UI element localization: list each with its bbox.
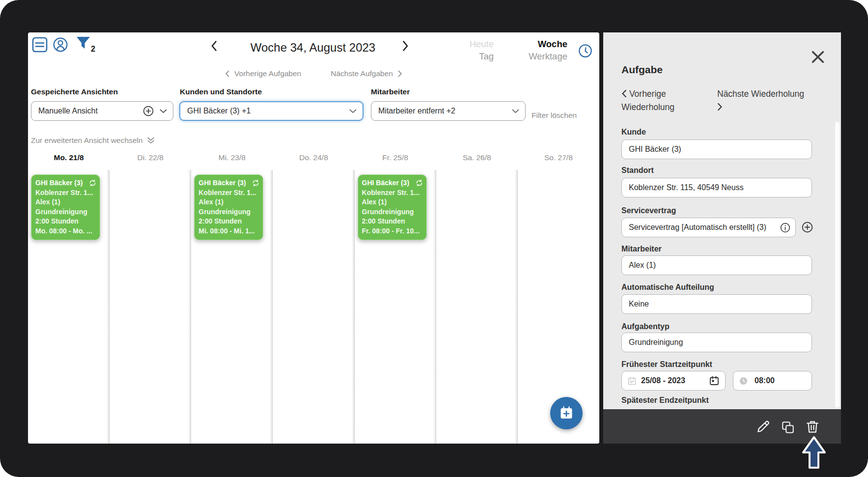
kunde-label: Kunde [621,128,646,137]
week-title: Woche 34, August 2023 [229,41,396,55]
day-column-sa: Sa. 26/8 [436,150,518,444]
event-line: Koblenzer Str. 1... [362,188,423,198]
day-header: Mo. 21/8 [28,153,110,162]
servicevertrag-field[interactable]: Servicevertrag [Automatisch erstellt] (3… [621,218,796,237]
filter-button[interactable]: 2 [76,36,95,54]
calendar-plus-icon [559,406,574,421]
employees-value: Mitarbeiter entfernt +2 [378,107,455,115]
event-title: GHI Bäcker (3) [362,178,409,188]
week-calendar: Mo. 21/8 GHI Bäcker (3) Koblenzer Str. 1… [28,150,599,444]
next-tasks-button[interactable]: Nächste Aufgaben [331,69,402,78]
day-column-di: Di. 22/8 [110,150,191,444]
view-workdays-button[interactable]: Werktage [508,51,567,62]
event-card[interactable]: GHI Bäcker (3) Koblenzer Str. 1... Alex … [194,174,263,240]
day-header: Fr. 25/8 [355,153,436,162]
advanced-view-link[interactable]: Zur erweiterten Ansicht wechseln [31,136,155,145]
view-today-button[interactable]: Heute [435,39,494,50]
start-label: Frühester Startzeitpunkt [621,360,712,369]
aufteilung-label: Automatische Aufteilung [621,283,714,292]
mitarbeiter-label: Mitarbeiter [621,245,662,253]
chevron-down-icon [160,109,167,113]
clear-filters-button[interactable]: Filter löschen [532,111,577,120]
saved-views-value: Manuelle Ansicht [38,107,98,115]
event-line: 2:00 Stunden [362,217,423,226]
event-card[interactable]: GHI Bäcker (3) Koblenzer Str. 1... Alex … [31,174,100,240]
double-chevron-down-icon [147,137,155,144]
recurrence-icon [252,179,259,187]
kunde-field[interactable]: GHI Bäcker (3) [621,140,812,159]
event-title: GHI Bäcker (3) [35,178,83,188]
chevron-left-icon [211,40,217,52]
event-line: Fr. 08:00 - Fr. 10... [362,226,423,236]
day-column-do: Do. 24/8 [273,150,354,444]
aufgabentyp-label: Aufgabentyp [621,322,670,331]
filter-icon [76,36,91,51]
mitarbeiter-field[interactable]: Alex (1) [621,255,812,275]
menu-icon [32,37,48,53]
view-day-button[interactable]: Tag [435,51,494,62]
time-icon [739,377,748,385]
plus-circle-icon [802,222,813,233]
event-line: Alex (1) [35,197,96,207]
employees-label: Mitarbeiter [371,87,410,96]
event-line: 2:00 Stunden [198,217,259,226]
next-week-button[interactable] [402,40,409,54]
saved-views-dropdown[interactable]: Manuelle Ansicht [31,101,173,121]
day-header: Mi. 23/8 [191,153,273,162]
clock-icon [578,44,592,58]
close-panel-button[interactable] [811,50,825,66]
next-repetition-button[interactable]: Nächste Wiederholung [717,87,811,114]
time-settings-button[interactable] [578,44,592,60]
start-date-field[interactable]: 25/08 - 2023 [621,371,726,391]
delete-task-button[interactable] [805,420,820,436]
day-header: Di. 22/8 [110,153,191,162]
chevron-down-icon [349,109,357,113]
aufgabentyp-field[interactable]: Grundreinigung [621,333,812,352]
day-column-mi: Mi. 23/8 GHI Bäcker (3) Koblenzer Str. 1… [191,150,273,444]
advanced-view-label: Zur erweiterten Ansicht wechseln [31,136,142,145]
previous-repetition-button[interactable]: Vorherige Wiederholung [621,87,707,114]
add-view-icon[interactable] [143,106,154,116]
panel-scrollbar[interactable] [835,122,840,408]
calendar-icon [628,377,636,385]
add-servicevertrag-button[interactable] [802,222,813,235]
event-card[interactable]: GHI Bäcker (3) Koblenzer Str. 1... Alex … [358,174,427,240]
standort-label: Standort [621,166,654,175]
edit-task-button[interactable] [756,420,771,436]
copy-icon [781,421,795,434]
menu-button[interactable] [32,37,48,55]
duplicate-task-button[interactable] [781,421,795,436]
calendar-picker-icon[interactable] [709,376,719,386]
event-line: Grundreinigung [198,207,259,217]
start-time-field[interactable]: 08:00 [733,371,812,391]
event-line: Mi. 08:00 - Mi. 1... [198,226,259,236]
view-week-button[interactable]: Woche [508,39,567,50]
previous-week-button[interactable] [211,40,217,54]
event-line: Alex (1) [198,197,259,207]
day-column-fr: Fr. 25/8 GHI Bäcker (3) Koblenzer Str. 1… [355,150,436,444]
info-icon[interactable] [780,223,790,233]
add-task-fab[interactable] [550,397,583,429]
task-navigation: Vorherige Aufgaben Nächste Aufgaben [28,69,599,78]
servicevertrag-label: Servicevertrag [621,206,676,215]
saved-views-label: Gespeicherte Ansichten [31,87,118,96]
previous-tasks-button[interactable]: Vorherige Aufgaben [225,69,301,78]
user-button[interactable] [53,37,68,55]
chevron-right-icon [402,40,409,52]
standort-field[interactable]: Koblenzer Str. 115, 40549 Neuss [621,178,812,197]
customers-label: Kunden und Standorte [180,87,262,96]
customers-dropdown[interactable]: GHI Bäcker (3) +1 [179,101,364,121]
day-header: Sa. 26/8 [436,153,518,162]
aufteilung-field[interactable]: Keine [621,294,812,314]
event-line: Grundreinigung [35,207,96,217]
event-line: Mo. 08:00 - Mo. ... [35,226,96,236]
task-detail-panel: Aufgabe Vorherige Wiederholung Nächste W… [603,32,841,409]
chevron-right-icon [398,70,402,77]
user-icon [53,37,68,53]
event-line: 2:00 Stunden [35,217,96,226]
recurrence-icon [416,179,423,187]
day-column-mo: Mo. 21/8 GHI Bäcker (3) Koblenzer Str. 1… [28,150,110,444]
trash-icon [805,420,820,434]
event-line: Koblenzer Str. 1... [35,188,96,198]
employees-dropdown[interactable]: Mitarbeiter entfernt +2 [371,101,526,121]
